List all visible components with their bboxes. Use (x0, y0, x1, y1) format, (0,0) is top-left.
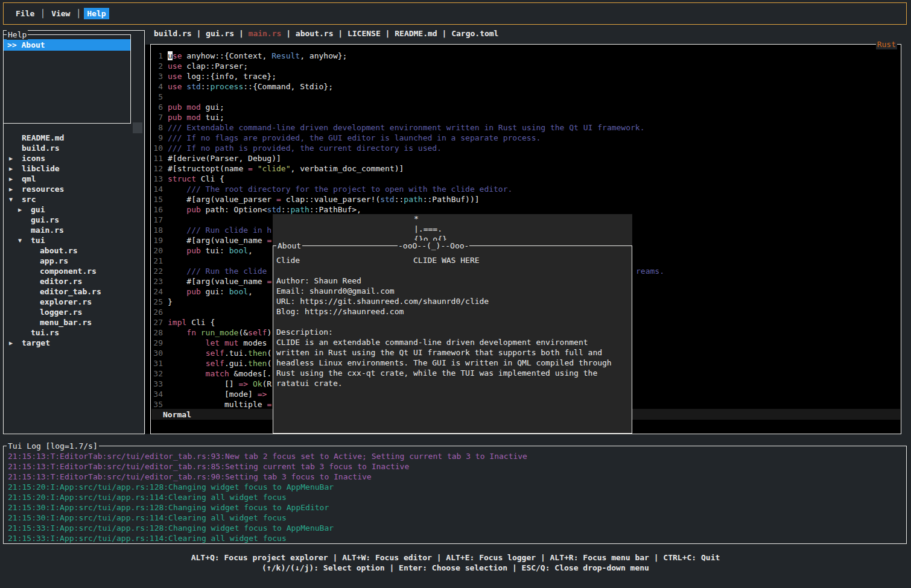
code-line[interactable]: 11#[derive(Parser, Debug)] (151, 153, 645, 163)
tree-item-src[interactable]: ▼src (4, 194, 144, 204)
code-text: fn run_mode(&self) (168, 328, 271, 337)
code-text: pub gui: bool, (168, 287, 253, 296)
code-text: self.tui.then( (168, 349, 271, 358)
log-entry: 21:15:20:I:App:src/tui/app.rs:128:Changi… (8, 482, 906, 492)
editor-language-badge: Rust (876, 39, 897, 49)
tree-item-label: gui.rs (31, 215, 59, 225)
tab-license[interactable]: LICENSE (348, 29, 381, 38)
tab-main-rs[interactable]: main.rs (249, 29, 282, 38)
code-text: #[arg(value_name = (168, 236, 271, 245)
tree-item-about-rs[interactable]: about.rs (4, 245, 144, 256)
code-line[interactable]: 16 pub path: Option<std::path::PathBuf>, (151, 204, 645, 215)
tree-item-qml[interactable]: ▶qml (4, 174, 144, 184)
tree-item-explorer-rs[interactable]: explorer.rs (4, 297, 144, 307)
code-line[interactable]: 6pub mod gui; (151, 102, 645, 112)
tree-item-label: README.md (22, 133, 64, 143)
line-number: 14 (152, 184, 163, 194)
about-popup: * |.===. {}o o{} About -ooO--(_)--Ooo- C… (273, 214, 632, 434)
menu-item-help[interactable]: Help (84, 8, 109, 19)
tree-item-editor-rs[interactable]: editor.rs (4, 276, 144, 286)
code-line[interactable]: 14 /// The root directory for the projec… (151, 184, 645, 194)
tree-item-gui[interactable]: ▶gui (4, 204, 144, 215)
code-line[interactable]: 5 (151, 92, 645, 102)
tree-item-target[interactable]: ▶target (4, 338, 144, 348)
code-line[interactable]: 9/// If no flags are provided, the GUI e… (151, 133, 645, 143)
code-line[interactable]: 3use log::{info, trace}; (151, 71, 645, 81)
code-text: } (168, 297, 173, 306)
menu-item-file[interactable]: File (13, 8, 37, 19)
line-number: 10 (152, 143, 163, 153)
log-entry: 21:15:30:I:App:src/tui/app.rs:128:Changi… (8, 502, 906, 513)
code-line[interactable]: 10/// If no path is provided, the curren… (151, 143, 645, 153)
tree-item-label: gui (31, 204, 45, 215)
tab-build-rs[interactable]: build.rs (154, 29, 192, 38)
log-entry: 21:15:20:I:App:src/tui/app.rs:114:Cleari… (8, 492, 906, 502)
tab-separator: | (234, 29, 248, 38)
line-number: 6 (152, 102, 163, 112)
chevron-down-icon: ▼ (17, 235, 31, 245)
code-text: impl Cli { (168, 318, 215, 327)
code-text: pub mod gui; (168, 103, 224, 112)
log-entry: 21:15:33:I:App:src/tui/app.rs:128:Changi… (8, 523, 906, 533)
code-line[interactable]: 2use clap::Parser; (151, 61, 645, 71)
line-number: 16 (152, 204, 163, 215)
menu-separator: │ (40, 8, 45, 19)
tree-item-label: libclide (22, 163, 60, 174)
explorer-scrollbar-thumb[interactable] (133, 122, 142, 133)
code-text: /// Run the clide (168, 267, 267, 276)
code-text: #[arg(value_parser = clap::value_parser!… (168, 195, 480, 204)
tree-item-main-rs[interactable]: main.rs (4, 225, 144, 235)
code-line[interactable]: 12#[structopt(name = "clide", verbatim_d… (151, 163, 645, 174)
line-number: 31 (152, 358, 163, 368)
tab-cargo-toml[interactable]: Cargo.toml (451, 29, 498, 38)
app-root: File│View│Help README.mdbuild.rs▶icons▶l… (0, 0, 911, 588)
line-number: 1 (152, 51, 163, 61)
line-number: 9 (152, 133, 163, 143)
tab-gui-rs[interactable]: gui.rs (206, 29, 234, 38)
tree-item-menu-bar-rs[interactable]: menu_bar.rs (4, 317, 144, 327)
line-number: 7 (152, 112, 163, 122)
tree-item-tui-rs[interactable]: tui.rs (4, 327, 144, 338)
tree-item-label: about.rs (40, 245, 78, 256)
code-line[interactable]: 1use anyhow::{Context, Result, anyhow}; (151, 51, 645, 61)
log-panel[interactable]: Tui Log [log=1.7/s] 21:15:13:T:EditorTab… (3, 446, 907, 544)
menu-item-view[interactable]: View (48, 8, 73, 19)
log-entry: 21:15:30:I:App:src/tui/app.rs:114:Cleari… (8, 513, 906, 523)
code-overflow-fragment: reams. (636, 266, 664, 276)
tree-item-label: build.rs (22, 143, 60, 153)
line-number: 33 (152, 379, 163, 389)
chevron-right-icon: ▶ (8, 184, 22, 194)
tab-about-rs[interactable]: about.rs (296, 29, 334, 38)
tree-item-build-rs[interactable]: build.rs (4, 143, 144, 153)
tree-item-app-rs[interactable]: app.rs (4, 256, 144, 266)
tree-item-resources[interactable]: ▶resources (4, 184, 144, 194)
code-text: use log::{info, trace}; (168, 72, 276, 81)
menu-separator: │ (76, 8, 81, 19)
menu-bar-items: File│View│Help (11, 8, 111, 19)
code-text: use anyhow::{Context, Result, anyhow}; (168, 51, 347, 60)
tab-separator: | (281, 29, 295, 38)
tree-item-label: tui.rs (31, 327, 59, 338)
chevron-right-icon: ▶ (8, 338, 22, 348)
tab-separator: | (192, 29, 206, 38)
code-line[interactable]: 8/// Extendable command-line driven deve… (151, 122, 645, 133)
line-number: 21 (152, 256, 163, 266)
tree-item-editor-tab-rs[interactable]: editor_tab.rs (4, 286, 144, 297)
tab-readme-md[interactable]: README.md (395, 29, 437, 38)
code-line[interactable]: 7pub mod tui; (151, 112, 645, 122)
tree-item-gui-rs[interactable]: gui.rs (4, 215, 144, 225)
help-dropdown-item-about[interactable]: >> About (4, 39, 130, 51)
code-line[interactable]: 15 #[arg(value_parser = clap::value_pars… (151, 194, 645, 204)
tree-item-component-rs[interactable]: component.rs (4, 266, 144, 276)
code-line[interactable]: 13struct Cli { (151, 174, 645, 184)
line-number: 11 (152, 153, 163, 163)
tree-item-logger-rs[interactable]: logger.rs (4, 307, 144, 317)
code-line[interactable]: 4use std::process::{Command, Stdio}; (151, 81, 645, 92)
about-ascii-art-feet: -ooO--(_)--Ooo- (398, 241, 469, 251)
tree-item-icons[interactable]: ▶icons (4, 153, 144, 163)
tree-item-libclide[interactable]: ▶libclide (4, 163, 144, 174)
tree-item-label: main.rs (31, 225, 64, 235)
tree-item-tui[interactable]: ▼tui (4, 235, 144, 245)
tree-item-readme-md[interactable]: README.md (4, 133, 144, 143)
log-entry: 21:15:13:T:EditorTab:src/tui/editor_tab.… (8, 472, 906, 482)
